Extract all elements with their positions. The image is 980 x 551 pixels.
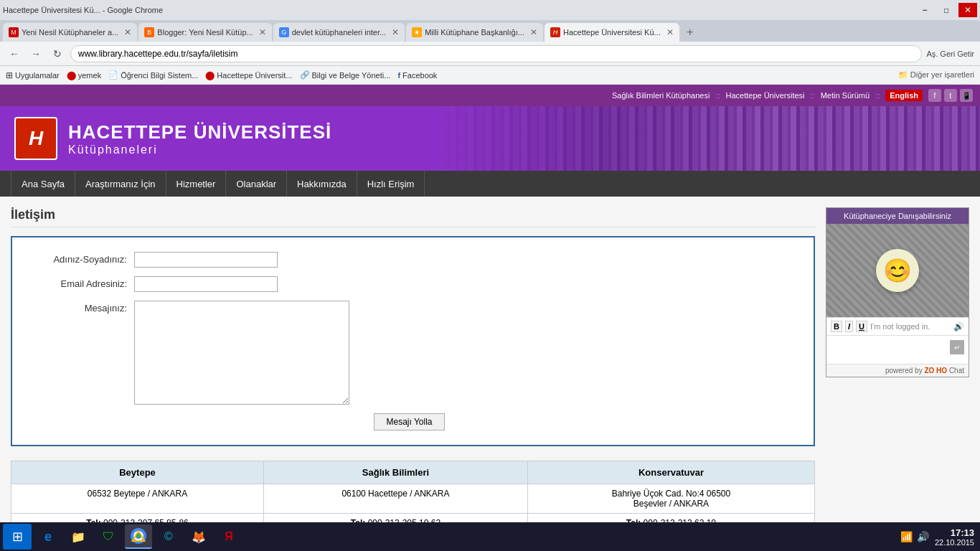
nav-hizlierisim[interactable]: Hızlı Erişim [357, 171, 425, 197]
tab-close-milli[interactable]: ✕ [530, 27, 537, 37]
volume-icon[interactable]: 🔊 [917, 531, 929, 542]
tab-close-google[interactable]: ✕ [392, 27, 399, 37]
chat-status: I'm not logged in. [870, 322, 951, 331]
reload-button[interactable]: ↻ [49, 45, 66, 62]
tab-google[interactable]: G devlet kütüphaneleri inter... ✕ [273, 23, 405, 42]
tab-gmail[interactable]: M Yeni Nesil Kütüphaneler a... ✕ [3, 23, 137, 42]
italic-button[interactable]: I [845, 321, 853, 332]
bookmark-facebook[interactable]: f Facebook [397, 71, 437, 80]
minimize-button[interactable]: − [915, 3, 934, 17]
message-textarea[interactable] [134, 301, 349, 405]
nav-hakkimizda[interactable]: Hakkımızda [287, 171, 357, 197]
sidebar-chat: Kütüphaneciye Danışabilirsiniz 😊 B I U I… [826, 207, 969, 551]
other-bookmarks[interactable]: 📁 Diğer yer işaretleri [898, 70, 974, 80]
maximize-button[interactable]: □ [937, 3, 956, 17]
message-label: Mesajınız: [27, 301, 127, 314]
tab-close-hacettepe[interactable]: ✕ [666, 27, 674, 37]
taskbar-yandex[interactable]: Я [215, 524, 242, 549]
name-label: Adınız-Soyadınız: [27, 252, 127, 265]
start-button[interactable]: ⊞ [3, 524, 32, 550]
saglik-link[interactable]: Sağlık Bilimleri Kütüphanesi [612, 91, 710, 100]
tab-hacettepe[interactable]: H Hacettepe Üniversitesi Kü... ✕ [545, 23, 679, 42]
tab-blogger[interactable]: B Blogger: Yeni Nesil Kütüp... ✕ [138, 23, 271, 42]
chat-controls: B I U I'm not logged in. 🔊 [826, 317, 969, 335]
bookmark-ogrenci[interactable]: 📄 Öğrenci Bilgi Sistem... [108, 70, 198, 80]
submit-row: Mesajı Yolla [27, 413, 792, 430]
beytepe-address: 06532 Beytepe / ANKARA [11, 484, 264, 514]
logo-text: HACETTEPE ÜNİVERSİTESİ Kütüphaneleri [68, 121, 331, 156]
logo-area: H HACETTEPE ÜNİVERSİTESİ Kütüphaneleri [14, 117, 331, 160]
svg-point-3 [136, 534, 141, 538]
taskbar-chrome[interactable] [125, 524, 152, 549]
powered-by-text: powered by [885, 367, 923, 375]
main-nav: Ana Sayfa Araştırmanız İçin Hizmetler Ol… [0, 171, 980, 197]
col-saglik: Sağlık Bilimleri [264, 461, 528, 484]
name-input[interactable] [134, 252, 278, 268]
university-name: HACETTEPE ÜNİVERSİTESİ [68, 121, 331, 143]
url-input[interactable] [70, 45, 922, 62]
page-content: İletişim Adınız-Soyadınız: Email Adresin… [0, 197, 980, 551]
tab-milli[interactable]: ★ Milli Kütüphane Başkanlığı... ✕ [406, 23, 543, 42]
browser-frame: Hacettepe Üniversitesi Kü... - Google Ch… [0, 0, 980, 551]
taskbar-ie[interactable]: e [34, 524, 62, 549]
page-title: İletişim [11, 207, 815, 227]
bookmark-hacettepe[interactable]: ⬤ Hacettepe Üniversit... [205, 70, 292, 80]
tab-close-blogger[interactable]: ✕ [259, 27, 266, 37]
firefox-icon: 🦊 [191, 529, 207, 545]
ie-icon: e [40, 529, 56, 545]
profile-button[interactable]: Aş. Geri Getir [926, 50, 974, 58]
taskbar-app1[interactable]: © [155, 524, 182, 549]
clock-date: 22.10.2015 [935, 538, 974, 547]
table-header-row: Beytepe Sağlık Bilimleri Konservatuvar [11, 461, 815, 484]
taskbar-firefox[interactable]: 🦊 [185, 524, 212, 549]
tabs-bar: M Yeni Nesil Kütüphaneler a... ✕ B Blogg… [0, 20, 980, 42]
nav-arastirma[interactable]: Araştırmanız İçin [75, 171, 166, 197]
network-icon[interactable]: 📶 [900, 531, 913, 542]
website: Sağlık Bilimleri Kütüphanesi :: Hacettep… [0, 85, 980, 551]
main-area: İletişim Adınız-Soyadınız: Email Adresin… [11, 207, 815, 551]
mobile-icon[interactable]: 📱 [960, 89, 973, 102]
site-header: H HACETTEPE ÜNİVERSİTESİ Kütüphaneleri [0, 106, 980, 171]
bold-button[interactable]: B [831, 321, 842, 332]
library-subtitle: Kütüphaneleri [68, 143, 331, 156]
contact-form: Adınız-Soyadınız: Email Adresiniz: Mesaj… [11, 236, 815, 446]
taskbar-security[interactable]: 🛡 [95, 524, 122, 549]
table-row: 06532 Beytepe / ANKARA 06100 Hacettepe /… [11, 484, 815, 514]
chat-box: Kütüphaneciye Danışabilirsiniz 😊 B I U I… [826, 207, 969, 377]
nav-hizmetler[interactable]: Hizmetler [166, 171, 227, 197]
saglik-address: 06100 Hacettepe / ANKARA [264, 484, 528, 514]
chat-sound-icon[interactable]: 🔊 [953, 321, 964, 331]
facebook-social-icon[interactable]: f [928, 89, 941, 102]
system-clock[interactable]: 17:13 22.10.2015 [935, 527, 974, 547]
social-icons: f t 📱 [928, 89, 973, 102]
metin-link[interactable]: Metin Sürümü [821, 91, 870, 100]
tab-close-gmail[interactable]: ✕ [124, 27, 131, 37]
submit-button[interactable]: Mesajı Yolla [374, 413, 444, 430]
twitter-social-icon[interactable]: t [944, 89, 957, 102]
underline-button[interactable]: U [856, 321, 867, 332]
nav-anasayfa[interactable]: Ana Sayfa [11, 171, 75, 197]
bookmarks-right: 📁 Diğer yer işaretleri [898, 70, 974, 80]
hacettepe-link[interactable]: Hacettepe Üniversitesi [725, 91, 804, 100]
forward-button[interactable]: → [27, 45, 44, 62]
zoho-text: ZO HO [924, 367, 947, 375]
clock-time: 17:13 [935, 527, 974, 538]
back-button[interactable]: ← [6, 45, 23, 62]
name-row: Adınız-Soyadınız: [27, 252, 792, 268]
taskbar-explorer[interactable]: 📁 [65, 524, 92, 549]
security-icon: 🛡 [100, 529, 116, 545]
bookmark-bilgi[interactable]: 🔗 Bilgi ve Belge Yöneti... [300, 70, 391, 80]
chat-send-button[interactable]: ↵ [950, 340, 964, 354]
bookmarks-bar: ⊞ Uygulamalar ⬤ yemek 📄 Öğrenci Bilgi Si… [0, 66, 980, 85]
english-button[interactable]: English [885, 90, 923, 101]
windows-icon: ⊞ [12, 529, 23, 545]
university-logo[interactable]: H [14, 117, 57, 160]
bookmark-yemek[interactable]: ⬤ yemek [67, 70, 101, 80]
bookmark-apps[interactable]: ⊞ Uygulamalar [6, 70, 60, 80]
email-input[interactable] [134, 276, 278, 292]
chat-smiley: 😊 [876, 249, 919, 292]
close-button[interactable]: ✕ [958, 3, 977, 17]
new-tab-button[interactable]: + [681, 23, 699, 42]
email-label: Email Adresiniz: [27, 276, 127, 289]
nav-olanaklar[interactable]: Olanaklar [226, 171, 287, 197]
